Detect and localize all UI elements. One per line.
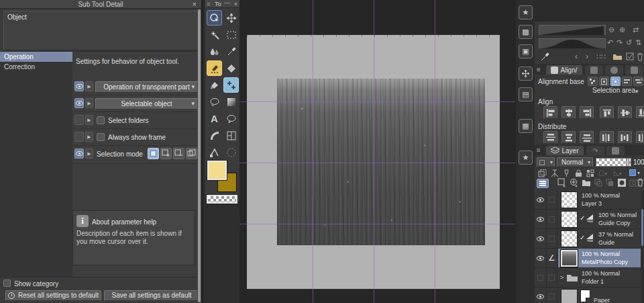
align-vertical-center-button[interactable] [618, 106, 632, 119]
dock-navigator-icon[interactable] [519, 67, 533, 81]
eyedropper-icon[interactable] [540, 52, 549, 62]
tool-move[interactable] [223, 10, 239, 26]
reset-all-settings-button[interactable]: Reset all settings to default [5, 290, 101, 301]
reset-view-icon[interactable]: ↺ [626, 38, 633, 47]
lock-layer-icon[interactable] [575, 169, 582, 177]
align-horizontal-center-button[interactable] [561, 106, 576, 119]
guide-line-horizontal[interactable] [239, 163, 515, 163]
tab-align[interactable]: Align/ [546, 65, 582, 75]
redo-icon[interactable]: ↷ [616, 38, 624, 47]
tool-auto-select[interactable] [207, 27, 222, 42]
layer-row-metalphoto-copy-selected[interactable]: ∠ 100 % Normal MetalPhoto Copy [535, 249, 644, 268]
tool-blend[interactable] [207, 44, 222, 59]
layer-row-folder1[interactable]: > 100 % Normal Folder 1 [535, 268, 644, 288]
tool-figure[interactable] [207, 144, 222, 160]
dialog-titlebar[interactable]: Sub Tool Detail × [0, 0, 201, 9]
layer-visibility-toggle[interactable] [535, 229, 547, 248]
tool-correct-line[interactable] [223, 77, 239, 93]
guide-line-horizontal[interactable] [239, 224, 515, 224]
distribute-top-button[interactable] [543, 131, 557, 144]
dock-material-image-icon[interactable]: ▤ [519, 87, 533, 101]
scroll-up-icon[interactable]: ▴ [640, 76, 643, 82]
opacity-slider[interactable] [596, 158, 631, 167]
tool-marquee[interactable] [223, 27, 239, 42]
align-bottom-button[interactable] [636, 106, 644, 119]
chevron-down-icon[interactable]: ▾ [635, 88, 639, 95]
dock-subtool-icon[interactable]: ★ [519, 5, 533, 19]
new-raster-layer-button[interactable] [557, 178, 567, 187]
zoom-in-icon[interactable]: ⊕ [619, 26, 627, 34]
open-folder-icon[interactable] [612, 52, 623, 60]
lock-transparent-pixels-icon[interactable] [586, 169, 594, 177]
close-icon[interactable]: × [234, 0, 237, 9]
layer-thumbnail[interactable] [561, 289, 578, 303]
layer-thumbnail[interactable] [561, 250, 578, 267]
category-correction[interactable]: Correction [0, 62, 72, 72]
guide-line-vertical[interactable] [374, 0, 374, 303]
minimize-icon[interactable]: — [224, 0, 230, 7]
close-icon[interactable]: × [193, 0, 197, 9]
expand-arrow-button[interactable]: ▶ [85, 148, 93, 159]
tool-gradient[interactable] [223, 94, 239, 110]
tool-frame-border[interactable] [223, 128, 239, 143]
tool-ruler[interactable] [207, 128, 222, 143]
selection-mode-add-button[interactable] [160, 148, 172, 159]
layer-thumbnail[interactable] [561, 230, 578, 247]
edit-check-icon[interactable] [626, 52, 635, 61]
tool-balloon[interactable] [223, 111, 239, 126]
canvas-viewport[interactable] [239, 0, 515, 303]
distribute-horizontal-center-button[interactable] [618, 131, 632, 144]
distribute-bottom-button[interactable] [580, 131, 594, 144]
align-top-button[interactable] [600, 106, 614, 119]
expand-arrow-button[interactable]: ▶ [85, 115, 93, 125]
selection-mode-new-button[interactable] [148, 148, 159, 159]
draft-layer-icon[interactable] [563, 169, 571, 177]
tool-text[interactable]: A [207, 111, 222, 126]
layer-visibility-toggle[interactable] [535, 288, 547, 303]
scrollbar-thumb[interactable] [641, 209, 643, 246]
layer-row-guide[interactable]: ✓ 37 % Normal Guide [535, 229, 644, 249]
grid-view-icon[interactable]: ∷∷ [596, 52, 606, 61]
layer-row-guide-copy[interactable]: ✓ 100 % Normal Guide Copy [535, 210, 644, 229]
tool-selection-launcher[interactable] [223, 144, 239, 160]
layer-visibility-toggle[interactable] [535, 249, 547, 267]
dialog-scrollbar[interactable] [197, 9, 201, 302]
distribute-vertical-center-button[interactable] [561, 131, 576, 144]
select-folders-checkbox[interactable] [97, 116, 105, 124]
main-color-swatch[interactable] [207, 161, 227, 180]
distribute-left-button[interactable] [600, 131, 614, 144]
selectable-object-dropdown[interactable]: Selectable object ▾ [95, 98, 198, 110]
layer-thumbnail[interactable] [561, 211, 578, 228]
prev-icon[interactable]: ‹ [575, 52, 579, 61]
folder-expander[interactable]: > [560, 274, 564, 281]
tool-eraser[interactable] [223, 60, 239, 76]
layer-row-layer3[interactable]: 100 % Normal Layer 3 [535, 190, 644, 210]
opacity-slider-handle[interactable] [627, 158, 629, 167]
palette-color-combo[interactable]: ▾ [537, 157, 555, 167]
transparent-color-swatch[interactable] [207, 195, 237, 204]
swap-view-icon[interactable]: ⇄ [633, 26, 640, 34]
tab-layer-comp[interactable]: ↷ [586, 146, 604, 155]
alignment-base-canvas-button[interactable] [599, 77, 609, 86]
tab-layer[interactable]: Layer [546, 146, 584, 155]
new-folder-button[interactable] [582, 179, 592, 187]
transparent-part-dropdown[interactable]: Operation of transparent part ▾ [95, 81, 198, 93]
metal-photo-image[interactable] [277, 79, 485, 245]
dock-material-pattern-icon[interactable]: ▩ [519, 25, 533, 39]
guide-line-horizontal[interactable] [239, 101, 515, 102]
menu-icon[interactable]: ≡ [537, 66, 541, 73]
menu-icon[interactable]: ≡ [537, 146, 541, 154]
eye-toggle-off[interactable] [74, 115, 84, 125]
tool-palette-titlebar[interactable]: ≡ To — × [205, 0, 239, 8]
trash-icon[interactable] [637, 52, 643, 61]
layer-property-toggle[interactable] [537, 179, 549, 188]
tab-balloon[interactable] [605, 65, 623, 75]
menu-icon[interactable]: ≡ [207, 0, 210, 9]
create-layer-mask-button[interactable] [617, 178, 627, 187]
show-category-checkbox[interactable] [3, 279, 11, 287]
tool-object[interactable] [207, 10, 222, 26]
eye-toggle-off[interactable] [74, 132, 84, 142]
save-all-settings-button[interactable]: Save all settings as default [104, 290, 199, 301]
layer-color-swatch[interactable] [629, 169, 636, 176]
clip-to-layer-below-icon[interactable] [538, 169, 547, 177]
